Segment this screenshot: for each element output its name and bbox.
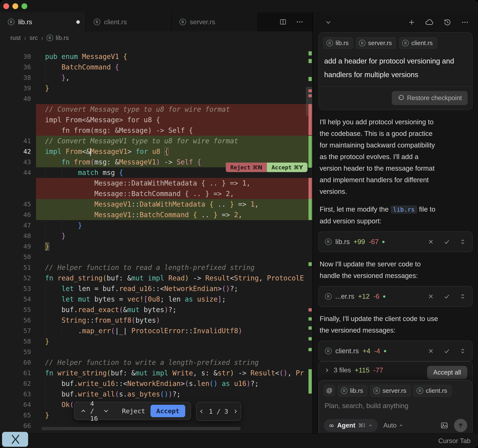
indent-guide	[45, 326, 45, 336]
code-line[interactable]: 53 let len = buf.read_u16::<NetworkEndia…	[0, 283, 313, 294]
code-editor[interactable]: 30pub enum MessageV1 {36 BatchCommand {3…	[0, 44, 313, 434]
chevron-right-icon[interactable]	[324, 367, 330, 373]
close-window-button[interactable]	[3, 3, 9, 9]
code-line[interactable]: 41// Convert MessageV1 type to u8 for wi…	[0, 136, 313, 146]
split-editor-icon[interactable]	[279, 18, 287, 26]
horizontal-scrollbar[interactable]	[41, 427, 241, 430]
line-content: // Convert Message type to u8 for wire f…	[36, 104, 313, 115]
code-line[interactable]: 39}	[0, 83, 313, 94]
chevron-left-icon[interactable]	[198, 408, 205, 415]
code-line[interactable]: 46 MessageV1::BatchCommand { .. } => 2,	[0, 210, 313, 220]
chevron-up-icon[interactable]	[80, 408, 87, 415]
tab-client.rs[interactable]: Rclient.rs	[86, 13, 172, 32]
chevron-down-icon[interactable]	[102, 408, 110, 415]
accept-button[interactable]: Accept	[151, 405, 185, 417]
model-selector[interactable]: Auto	[383, 422, 403, 429]
composer[interactable]: @Rlib.rsRserver.rsRclient.rs Plan, searc…	[318, 380, 473, 434]
tab-server.rs[interactable]: Rserver.rs	[172, 13, 258, 32]
code-line[interactable]: 49}	[0, 241, 313, 252]
expand-icon[interactable]	[459, 293, 466, 300]
zoom-window-button[interactable]	[21, 3, 27, 9]
close-icon[interactable]	[428, 348, 434, 354]
at-mention-button[interactable]: @	[324, 385, 335, 396]
code-line[interactable]: 60// Helper function to write a length-p…	[0, 357, 313, 368]
expand-icon[interactable]	[459, 238, 466, 245]
code-line[interactable]: 62 buf.write_u16::<NetworkEndian>(s.len(…	[0, 378, 313, 389]
breadcrumb[interactable]: rust›src›Rlib.rs	[0, 32, 313, 44]
breadcrumb-item-src[interactable]: src	[30, 34, 38, 41]
code-line[interactable]: 38 },	[0, 72, 313, 83]
inline-reject-button[interactable]: Reject⌘N	[226, 163, 267, 172]
inline-code-chip[interactable]: lib.rs	[390, 205, 417, 214]
context-pill-lib.rs[interactable]: Rlib.rs	[323, 37, 353, 49]
composer-pill-server.rs[interactable]: Rserver.rs	[370, 385, 411, 397]
tab-label: client.rs	[104, 18, 127, 26]
reject-button[interactable]: Reject	[122, 407, 145, 415]
new-chat-icon[interactable]	[408, 19, 415, 26]
close-icon[interactable]	[428, 238, 434, 245]
cursor-logo-icon	[8, 432, 22, 447]
file-change-card-...er.rs[interactable]: R...er.rs+12-6	[318, 286, 473, 307]
code-line[interactable]: 36 BatchCommand {	[0, 62, 313, 72]
code-line[interactable]: 40	[0, 94, 313, 104]
code-line[interactable]: 52fn read_string(buf: &mut impl Read) ->…	[0, 273, 313, 283]
code-line[interactable]: 56 String::from_utf8(bytes)	[0, 315, 313, 326]
file-change-card-lib.rs[interactable]: Rlib.rs+99-67	[318, 231, 473, 252]
indent-guide	[62, 326, 62, 336]
code-line[interactable]: 42impl From<&MessageV1> for u8 {	[0, 146, 313, 157]
indent-guide	[45, 62, 45, 72]
code-line[interactable]: fn from(msg: &Message) -> Self {	[0, 125, 313, 136]
expand-icon[interactable]	[459, 348, 466, 354]
check-icon[interactable]	[443, 293, 450, 300]
code-line[interactable]: // Convert Message type to u8 for wire f…	[0, 104, 313, 115]
composer-pill-lib.rs[interactable]: Rlib.rs	[338, 385, 367, 397]
close-icon[interactable]	[428, 293, 434, 300]
restore-checkpoint-button[interactable]: Restore checkpoint	[392, 91, 468, 105]
code-line[interactable]: 61fn write_string(buf: &mut impl Write, …	[0, 368, 313, 378]
code-line[interactable]: 63 buf.write_all(s.as_bytes())?;	[0, 389, 313, 399]
composer-input[interactable]: Plan, search, build anything	[324, 402, 467, 410]
composer-pill-client.rs[interactable]: Rclient.rs	[414, 385, 451, 397]
accept-all-button[interactable]: Accept all	[427, 366, 467, 379]
context-pill-client.rs[interactable]: Rclient.rs	[399, 37, 437, 49]
user-message-text: add a header for protocol versioning and…	[319, 49, 472, 83]
more-icon[interactable]	[461, 19, 469, 26]
code-line[interactable]: 50	[0, 252, 313, 262]
cursor-tab-status[interactable]: Cursor Tab	[438, 437, 471, 445]
breadcrumb-item-lib.rs[interactable]: Rlib.rs	[46, 34, 69, 41]
attach-image-icon[interactable]	[440, 421, 449, 430]
minimize-window-button[interactable]	[13, 3, 18, 9]
line-content	[36, 94, 313, 104]
file-change-card-client.rs[interactable]: Rclient.rs+4-4	[318, 341, 473, 361]
code-line[interactable]: 48 }	[0, 231, 313, 241]
code-line[interactable]: 54 let mut bytes = vec![0u8; len as usiz…	[0, 294, 313, 304]
check-icon[interactable]	[443, 347, 450, 354]
tab-lib.rs[interactable]: Rlib.rs	[0, 13, 86, 32]
more-icon[interactable]	[296, 18, 303, 26]
assistant-paragraph: First, let me modify the lib.rs file toa…	[318, 204, 473, 227]
context-pill-server.rs[interactable]: Rserver.rs	[356, 37, 396, 49]
history-icon[interactable]	[443, 18, 452, 26]
code-line[interactable]: 55 buf.read_exact(&mut bytes)?;	[0, 304, 313, 315]
check-icon[interactable]	[443, 238, 450, 245]
indent-guide	[45, 389, 45, 399]
code-line[interactable]: 59	[0, 347, 313, 357]
code-line[interactable]: Message::BatchCommand { .. } => 2,	[0, 188, 313, 199]
code-line[interactable]: 47 }	[0, 220, 313, 231]
agent-mode-selector[interactable]: ∞ Agent ⌘I	[324, 419, 378, 432]
code-line[interactable]: 45 MessageV1::DataWithMetadata { .. } =>…	[0, 199, 313, 210]
send-button[interactable]	[454, 419, 467, 432]
code-line[interactable]: 57 .map_err(|_| ProtocolError::InvalidUt…	[0, 326, 313, 336]
breadcrumb-item-rust[interactable]: rust	[10, 34, 21, 41]
indent-guide	[45, 178, 45, 188]
chevron-down-icon[interactable]	[325, 19, 332, 26]
code-line[interactable]: 51// Helper function to read a length-pr…	[0, 262, 313, 273]
code-line[interactable]: impl From<&Message> for u8 {	[0, 115, 313, 125]
panel-toggle-button[interactable]	[2, 432, 28, 447]
chevron-right-icon[interactable]	[232, 408, 239, 415]
code-line[interactable]: Message::DataWithMetadata { .. } => 1,	[0, 178, 313, 188]
inline-accept-button[interactable]: Accept⌘Y	[267, 163, 308, 172]
cloud-icon[interactable]	[425, 18, 434, 27]
code-line[interactable]: 30pub enum MessageV1 {	[0, 51, 313, 62]
code-line[interactable]: 58}	[0, 336, 313, 347]
